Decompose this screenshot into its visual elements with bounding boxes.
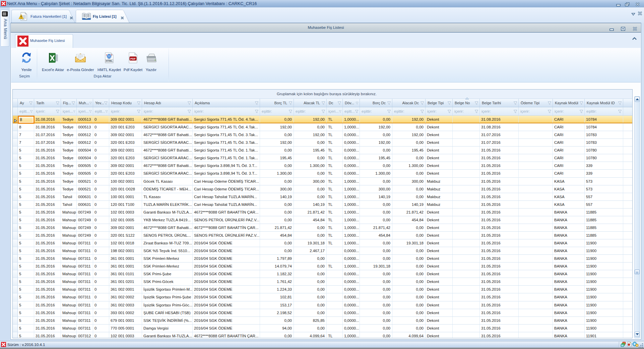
- svg-text:HTML: HTML: [106, 59, 113, 62]
- svg-text:PDF: PDF: [130, 57, 136, 60]
